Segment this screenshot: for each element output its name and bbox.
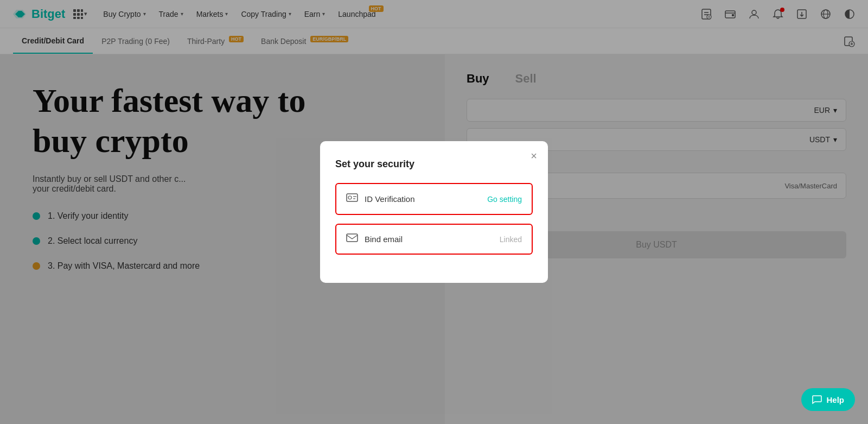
- id-verification-label: ID Verification: [365, 194, 415, 204]
- modal-title: Set your security: [335, 159, 533, 170]
- modal-overlay[interactable]: Set your security × ID Verification Go s…: [0, 0, 868, 424]
- svg-rect-29: [347, 234, 358, 242]
- email-icon: [346, 233, 358, 245]
- chat-icon: [812, 395, 822, 404]
- help-label: Help: [826, 395, 844, 404]
- id-card-icon: [346, 193, 358, 205]
- id-verification-item: ID Verification Go setting: [335, 183, 533, 215]
- linked-status: Linked: [500, 235, 522, 244]
- security-modal: Set your security × ID Verification Go s…: [320, 141, 548, 283]
- go-setting-link[interactable]: Go setting: [487, 195, 522, 204]
- bind-email-item: Bind email Linked: [335, 224, 533, 255]
- bind-email-label: Bind email: [365, 235, 403, 244]
- svg-point-26: [348, 196, 352, 199]
- help-button[interactable]: Help: [801, 388, 855, 411]
- modal-close-button[interactable]: ×: [531, 150, 537, 162]
